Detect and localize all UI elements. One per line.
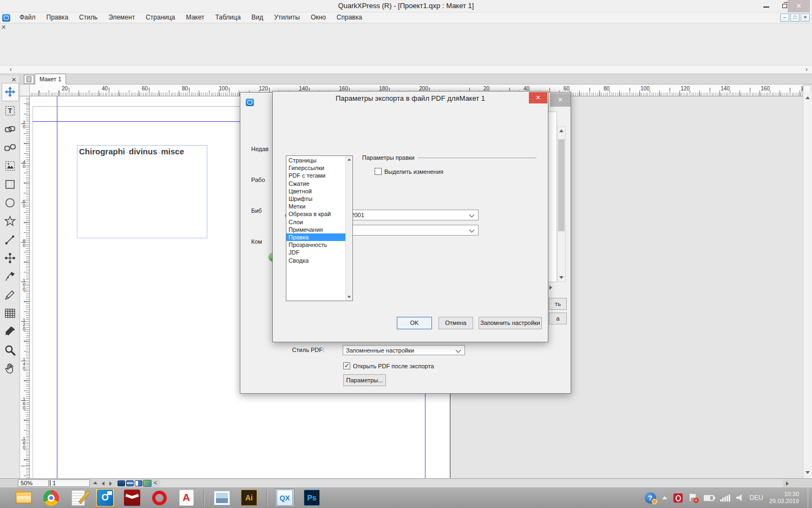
scroll-down-icon[interactable]	[348, 296, 351, 298]
pane-item[interactable]: Сводка	[286, 257, 345, 264]
view-mode-3-button[interactable]	[135, 480, 142, 486]
menu-item[interactable]: Утилиты	[269, 12, 305, 23]
previous-page-icon[interactable]	[102, 481, 104, 486]
menu-item[interactable]: Элемент	[103, 12, 140, 23]
scroll-right-icon[interactable]	[786, 481, 789, 486]
taskbar-photo-viewer[interactable]	[212, 489, 232, 507]
horizontal-scrollbar[interactable]	[160, 479, 783, 487]
point-tool[interactable]	[2, 249, 19, 267]
table-tool[interactable]	[2, 304, 19, 322]
chevron-left-icon[interactable]: ‹	[10, 66, 12, 73]
text-box[interactable]: Chirographi·divinus·misce	[77, 145, 207, 238]
scroll-down-icon[interactable]	[806, 471, 810, 474]
save-dialog-close-button[interactable]: ✕	[550, 93, 571, 107]
taskbar-quarkxpress[interactable]: QX	[275, 489, 294, 507]
menu-item[interactable]: Справка	[331, 12, 368, 23]
taskbar-illustrator[interactable]: Ai	[239, 489, 259, 507]
pane-item[interactable]: Правка	[286, 233, 345, 241]
menu-item[interactable]: Файл	[14, 12, 41, 23]
pane-item[interactable]: Обрезка в край	[286, 210, 345, 218]
text-tool[interactable]: T	[2, 101, 19, 120]
scrollbar-thumb[interactable]	[558, 139, 565, 231]
link-tool[interactable]	[2, 120, 19, 138]
taskbar-reader-book[interactable]	[122, 489, 142, 507]
menu-item[interactable]: Страница	[140, 12, 180, 23]
save-settings-button[interactable]: Запомнить настройки	[479, 317, 542, 329]
next-page-icon[interactable]	[109, 481, 112, 486]
vertical-scrollbar[interactable]	[803, 92, 812, 478]
taskbar-photoshop[interactable]: Ps	[302, 489, 322, 507]
vertical-ruler[interactable]: 20406080100120140160180	[20, 96, 30, 478]
clock[interactable]: 10:30 29.03.2019	[769, 491, 802, 505]
view-mode-2-button[interactable]	[126, 480, 134, 486]
tab-layout-1[interactable]: Макет 1	[35, 74, 66, 84]
child-minimize-button[interactable]: –	[780, 14, 789, 22]
pane-item[interactable]: Шрифты	[286, 195, 345, 203]
pdf-style-dropdown[interactable]: Запомненные настройки	[343, 345, 465, 355]
help-icon[interactable]: ?	[645, 492, 656, 504]
network-signal-icon[interactable]	[720, 494, 730, 502]
dialog-close-button[interactable]: ✕	[529, 92, 547, 103]
save-button-clipped[interactable]: ть	[549, 298, 567, 310]
child-restore-button[interactable]: □	[790, 14, 800, 22]
menu-item[interactable]: Таблица	[210, 12, 246, 23]
cancel-button[interactable]: Отмена	[438, 317, 473, 329]
language-indicator[interactable]: DEU	[750, 494, 763, 502]
panes-scrollbar[interactable]	[345, 156, 352, 301]
page-icon[interactable]	[24, 75, 34, 84]
chevron-up-icon[interactable]	[662, 496, 667, 499]
pencil-tool[interactable]	[2, 285, 19, 304]
taskbar-acrobat[interactable]: A	[176, 489, 196, 507]
pane-item[interactable]: PDF с тегами	[286, 172, 345, 179]
pane-item[interactable]: JDF	[286, 249, 345, 256]
minimize-button[interactable]	[757, 0, 775, 12]
pane-item[interactable]: Прозрачность	[286, 241, 345, 249]
app-icon[interactable]	[2, 14, 10, 22]
pane-item[interactable]: Страницы	[286, 157, 345, 164]
taskbar-chrome[interactable]	[41, 489, 61, 507]
show-desktop-button[interactable]	[808, 487, 812, 508]
page-number-field[interactable]: 1	[50, 479, 90, 487]
oval-tool[interactable]	[2, 193, 19, 212]
unlink-tool[interactable]	[2, 138, 19, 157]
view-mode-1-button[interactable]	[117, 480, 125, 486]
volume-icon[interactable]	[736, 494, 744, 502]
pane-item[interactable]: Сжатие	[286, 180, 345, 187]
star-tool[interactable]	[2, 212, 19, 230]
menu-item[interactable]: Стиль	[74, 12, 103, 23]
rectangle-tool[interactable]	[2, 175, 19, 193]
pane-item[interactable]: Примечания	[286, 226, 345, 233]
scroll-up-icon[interactable]	[559, 129, 564, 132]
pen-tool[interactable]	[2, 267, 19, 285]
taskbar-opera[interactable]	[149, 489, 169, 507]
zoom-level-field[interactable]: 50%	[18, 479, 49, 487]
expand-chevron-icon[interactable]	[549, 285, 552, 290]
options-button[interactable]: Параметры...	[343, 374, 386, 386]
margin-guide-vertical[interactable]	[57, 96, 57, 478]
dock-close-icon[interactable]: ✕	[1, 24, 6, 31]
menu-item[interactable]: Макет	[181, 12, 210, 23]
taskbar-notepad[interactable]	[68, 489, 88, 507]
file-list-scrollbar[interactable]	[557, 126, 566, 282]
action-center-flag-icon[interactable]	[689, 493, 698, 502]
menu-item[interactable]: Правка	[41, 12, 74, 23]
page-up-icon[interactable]	[93, 481, 97, 484]
export-icon[interactable]	[143, 480, 152, 487]
line-tool[interactable]	[2, 230, 19, 249]
collapse-icon[interactable]: <	[154, 479, 157, 486]
eyedropper-tool[interactable]	[2, 322, 19, 341]
battery-icon[interactable]	[704, 495, 714, 501]
pane-item[interactable]: Метки	[286, 203, 345, 210]
cancel-button-clipped[interactable]: а	[549, 312, 567, 324]
scroll-up-icon[interactable]	[806, 96, 810, 99]
taskbar-file-explorer[interactable]	[14, 489, 34, 507]
taskbar-outlook[interactable]: O	[95, 489, 115, 507]
open-after-export-checkbox[interactable]	[343, 362, 350, 369]
pane-item[interactable]: Цветной	[286, 187, 345, 195]
ok-button[interactable]: OK	[397, 317, 432, 329]
zoom-tool[interactable]	[2, 341, 19, 359]
scroll-up-icon[interactable]	[348, 159, 351, 161]
pane-item[interactable]: Слои	[286, 218, 345, 226]
child-close-button[interactable]: ✕	[801, 14, 810, 22]
menu-item[interactable]: Окно	[305, 12, 331, 23]
